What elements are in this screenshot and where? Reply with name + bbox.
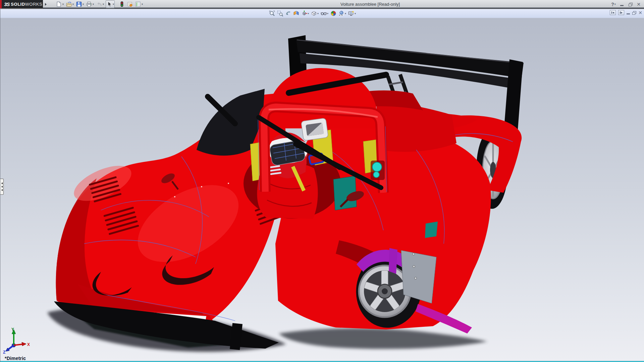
restore-document-button[interactable] [632,11,636,14]
edit-appearance-button[interactable] [330,10,337,17]
dropdown-arrow-icon[interactable]: ▾ [317,12,319,15]
edit-appearance-note-button[interactable] [126,0,133,8]
main-toolbar: ▾ ▾ ▾ [55,0,144,8]
menu-expand-arrow[interactable] [43,1,48,7]
zoom-to-fit-icon [269,10,275,16]
minimize-icon [620,5,624,6]
options-button[interactable]: ▾ [135,0,144,8]
dash-dial [372,162,382,172]
open-folder-icon [66,1,72,7]
teal-vent [425,222,438,238]
options-checklist-icon [135,1,141,7]
eyeglasses-icon [321,10,327,16]
print-icon [86,1,92,7]
section-view-button[interactable] [293,10,300,17]
dropdown-arrow-icon[interactable]: ▾ [103,3,104,6]
print-button[interactable]: ▾ [86,0,95,8]
brand-works: WORKS [25,2,43,7]
left-arrow-icon [1,182,3,184]
document-window-controls: ✕ [610,10,642,15]
view-settings-button[interactable]: ▾ [348,10,356,17]
zoom-to-fit-button[interactable] [269,10,275,17]
heads-up-toolbar: ▾ ▾ ▾ [269,9,356,18]
dropdown-arrow-icon[interactable]: ▾ [72,3,74,6]
restore-icon [632,11,636,14]
solidworks-window: 3S SOLIDWORKS ▾ ▾ [0,0,644,362]
gray-rivet-panel [401,250,436,303]
restore-button[interactable] [628,1,633,7]
dropdown-arrow-icon[interactable]: ▾ [113,3,114,6]
solidworks-logo: 3S SOLIDWORKS [0,0,43,8]
view-orientation-icon [301,10,307,16]
apply-scene-button[interactable]: ▾ [338,10,346,17]
undo-icon [96,1,102,7]
zoom-to-area-button[interactable] [277,10,283,17]
model-voiture-assembly[interactable] [0,9,644,362]
hide-show-items-button[interactable]: ▾ [320,10,329,17]
orientation-triad: Y X Z [1,327,38,355]
select-cursor-icon [106,1,112,7]
zoom-to-area-icon [277,10,283,16]
close-icon: ✕ [637,2,641,7]
note-with-hand-icon [127,1,133,7]
left-arrow-icon [1,189,3,191]
minimize-icon [627,13,630,14]
rebuild-trafficlight-icon [119,1,125,7]
mirror-housing [301,118,328,141]
window-title: Voiture assomblee [Read-only] [340,0,400,8]
window-controls: ? ▾ ✕ [611,0,641,8]
triad-x-label: X [27,342,30,347]
undo-button[interactable]: ▾ [96,0,105,8]
display-style-button[interactable]: ▾ [311,10,319,17]
view-orientation-button[interactable]: ▾ [301,10,309,17]
minimize-document-button[interactable] [627,11,630,14]
dropdown-arrow-icon[interactable]: ▾ [308,12,309,15]
triad-y-label: Y [11,327,14,332]
new-document-icon [56,1,62,7]
view-orientation-label: *Dimetric [5,356,26,361]
appearance-ball-icon [330,10,336,16]
dropdown-arrow-icon[interactable]: ▾ [327,12,328,15]
restore-icon [629,3,632,6]
dropdown-arrow-icon[interactable]: ▾ [62,3,64,6]
pane-bar-icon [620,11,621,14]
logo-red-strip [0,0,2,8]
help-icon: ? [611,2,614,7]
previous-pane-button[interactable] [610,10,616,15]
previous-view-icon [285,10,291,16]
minimize-button[interactable] [619,1,625,7]
graphics-viewport[interactable]: ▾ ▾ ▾ [0,9,644,362]
heads-up-toolbar-strip: ▾ ▾ ▾ [0,9,644,18]
right-arrow-icon [621,12,623,14]
section-view-icon [293,10,299,16]
dash-dial [373,172,379,178]
save-floppy-icon [76,1,82,7]
dropdown-arrow-icon: ▾ [614,3,616,6]
dropdown-arrow-icon[interactable]: ▾ [83,3,84,6]
open-button[interactable]: ▾ [65,0,74,8]
rebuild-button[interactable] [118,0,125,8]
left-arrow-icon [1,186,3,188]
dropdown-arrow-icon[interactable]: ▾ [345,12,346,15]
save-button[interactable]: ▾ [75,0,85,8]
select-button[interactable]: ▾ [106,0,115,8]
brand-solid: SOLID [11,2,25,7]
3s-logo-mark: 3S [4,1,9,7]
dropdown-arrow-icon[interactable]: ▾ [93,3,94,6]
apply-scene-icon [338,10,344,16]
new-document-button[interactable]: ▾ [55,0,64,8]
previous-view-button[interactable] [285,10,291,17]
close-document-button[interactable]: ✕ [638,10,642,15]
view-settings-icon [348,10,354,16]
dropdown-arrow-icon[interactable]: ▾ [355,12,356,15]
close-button[interactable]: ✕ [636,1,641,7]
display-style-icon [311,10,317,16]
next-pane-button[interactable] [618,10,624,15]
triad-z-label: Z [3,350,5,355]
dropdown-arrow-icon[interactable]: ▾ [142,3,143,6]
feature-pane-splitter-handle[interactable] [0,179,4,195]
left-arrow-icon [612,12,614,14]
pane-bar-icon [611,11,612,14]
help-button[interactable]: ? ▾ [611,1,616,7]
close-icon: ✕ [638,10,642,15]
